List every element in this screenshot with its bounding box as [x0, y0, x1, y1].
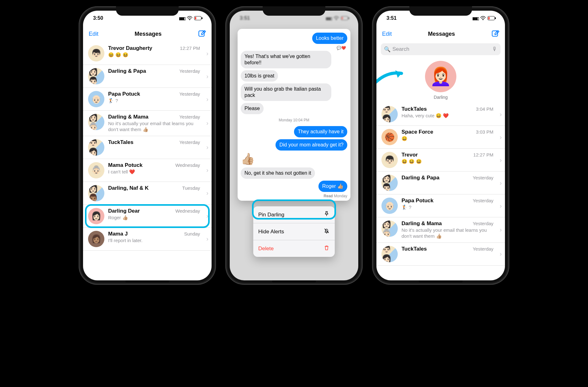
- bell-slash-icon: [323, 228, 330, 236]
- message-sent: They actually have it: [294, 126, 347, 137]
- chevron-right-icon: ›: [500, 134, 502, 141]
- status-time: 3:51: [386, 15, 396, 21]
- compose-icon[interactable]: [491, 29, 499, 39]
- svg-point-5: [336, 20, 337, 20]
- page-title: Messages: [428, 31, 455, 37]
- wifi-icon: [187, 16, 192, 20]
- conversation-row[interactable]: 👴🏻Papa PotuckYesterday🏌🏼 ?›: [83, 88, 212, 111]
- home-indicator[interactable]: [272, 281, 316, 282]
- page-title: Messages: [134, 31, 161, 37]
- status-right: [326, 15, 349, 21]
- message-sent: Did your mom already get it?: [276, 139, 347, 151]
- svg-rect-2: [195, 17, 196, 19]
- tapback-heart-icon: 💬❤️: [337, 46, 346, 50]
- pinned-contact[interactable]: 👩🏻‍🦰: [425, 61, 456, 92]
- conversation-row[interactable]: 👩🏻👵🏻Darling & MamaYesterdayNo it's actua…: [83, 111, 212, 136]
- svg-point-9: [483, 20, 483, 20]
- message-received: Please: [241, 103, 264, 114]
- chevron-right-icon: ›: [206, 144, 208, 151]
- compose-icon[interactable]: [198, 29, 206, 39]
- conversation-row[interactable]: 🏀Space Force3:03 PM😄›: [376, 126, 505, 149]
- conversation-list[interactable]: 👨🏻👩🏻TuckTales3:04 PMHaha, very cute 😄 ❤️…: [376, 103, 505, 266]
- conversation-row[interactable]: 👩🏻👨🏻Darling & PapaYesterday›: [376, 172, 505, 194]
- chevron-right-icon: ›: [206, 235, 208, 242]
- message-timestamp: Monday 10:04 PM: [241, 118, 347, 122]
- chevron-right-icon: ›: [500, 226, 502, 233]
- cellular-icon: [179, 15, 185, 21]
- conversation-row[interactable]: 👩🏽Mama JSundayI'll report in later.›: [83, 228, 212, 251]
- screen-3: 3:51 Edit Messages 🔍 Search 🎙 👩🏻‍🦰 Darli…: [376, 11, 505, 280]
- phone-frame-3: 3:51 Edit Messages 🔍 Search 🎙 👩🏻‍🦰 Darli…: [372, 6, 509, 285]
- read-receipt: Read Monday: [324, 194, 347, 198]
- screen-1: 3:50 Edit Messages 👦🏻Trevor Daugherty12:…: [83, 11, 212, 280]
- context-menu-overlay: Looks better 💬❤️ Yes! That's what we've …: [230, 26, 358, 280]
- cellular-icon: [472, 15, 479, 21]
- trash-icon: [323, 245, 330, 252]
- context-menu-delete[interactable]: Delete: [253, 240, 335, 257]
- conversation-row[interactable]: 👨🏻👩🏻TuckTales3:04 PMHaha, very cute 😄 ❤️…: [376, 103, 505, 126]
- screen-2: 3:51 Looks better 💬❤️ Yes! That's what w…: [230, 11, 358, 280]
- chevron-right-icon: ›: [206, 73, 208, 80]
- message-sent: Looks better: [312, 33, 347, 44]
- chevron-right-icon: ›: [206, 119, 208, 127]
- home-indicator[interactable]: [419, 281, 463, 282]
- battery-low-icon: [341, 16, 349, 20]
- conversation-preview-card[interactable]: Looks better 💬❤️ Yes! That's what we've …: [238, 29, 350, 201]
- chevron-right-icon: ›: [206, 167, 208, 174]
- svg-rect-7: [342, 17, 343, 19]
- notch: [116, 6, 179, 16]
- chevron-right-icon: ›: [206, 96, 208, 103]
- conversation-row[interactable]: 👩🏻👨🏽Darling, Naf & KTuesday›: [83, 182, 212, 205]
- pinned-contact-label: Darling: [434, 95, 448, 100]
- svg-rect-8: [348, 17, 349, 19]
- svg-rect-3: [202, 17, 202, 19]
- chevron-right-icon: ›: [206, 50, 208, 57]
- conversation-row[interactable]: 👦🏻Trevor Daugherty12:27 PM😆 😆 😆›: [83, 42, 212, 65]
- svg-point-0: [189, 20, 190, 20]
- chevron-right-icon: ›: [206, 212, 208, 220]
- message-reaction: 👍🏼: [241, 152, 255, 166]
- conversation-list[interactable]: 👦🏻Trevor Daugherty12:27 PM😆 😆 😆› 👩🏻👨🏻Dar…: [83, 42, 212, 251]
- message-received: Will you also grab the Italian pasta pac…: [241, 83, 331, 101]
- conversation-row[interactable]: 👨🏻👩🏻TuckTalesYesterday›: [83, 136, 212, 159]
- conversation-row[interactable]: 👨🏻👩🏻TuckTalesYesterday›: [376, 243, 505, 266]
- conversation-row[interactable]: 👩🏻👵🏻Darling & MamaYesterdayNo it's actua…: [376, 217, 505, 243]
- edit-button[interactable]: Edit: [89, 31, 98, 37]
- nav-bar: Edit Messages: [83, 26, 212, 42]
- context-menu: Pin Darling Hide Alerts Delete: [253, 206, 335, 257]
- message-received: Yes! That's what we've gotten before!!: [241, 51, 331, 68]
- chevron-right-icon: ›: [500, 156, 502, 164]
- conversation-row[interactable]: 👦🏻Trevor12:27 PM😆 😆 😆›: [376, 149, 505, 172]
- chevron-right-icon: ›: [500, 250, 502, 257]
- svg-rect-12: [495, 17, 496, 19]
- status-time: 3:50: [93, 15, 103, 21]
- wifi-icon: [480, 16, 486, 20]
- conversation-row[interactable]: 👩🏻👨🏻Darling & PapaYesterday›: [83, 65, 212, 88]
- conversation-row[interactable]: 👩🏻Darling DearWednesdayRoger 👍🏼›: [83, 205, 212, 228]
- svg-rect-11: [488, 17, 490, 19]
- chevron-right-icon: ›: [500, 179, 502, 187]
- nav-bar: Edit Messages: [376, 26, 505, 42]
- message-received: No, get it she has not gotten it: [241, 167, 315, 179]
- phone-frame-2: 3:51 Looks better 💬❤️ Yes! That's what w…: [225, 6, 363, 285]
- pin-icon: [323, 211, 330, 219]
- search-icon: 🔍: [384, 46, 391, 53]
- conversation-row[interactable]: 👴🏻Papa PotuckYesterday🏌🏼 ?›: [376, 194, 505, 217]
- notch: [263, 6, 325, 16]
- context-menu-pin[interactable]: Pin Darling: [253, 206, 335, 223]
- message-received: 10lbs is great: [241, 70, 278, 82]
- chevron-right-icon: ›: [206, 189, 208, 197]
- edit-button[interactable]: Edit: [382, 31, 392, 37]
- context-menu-hide-alerts[interactable]: Hide Alerts: [253, 223, 335, 240]
- phone-frame-1: 3:50 Edit Messages 👦🏻Trevor Daugherty12:…: [79, 6, 216, 285]
- home-indicator[interactable]: [125, 281, 169, 282]
- conversation-row[interactable]: 👵🏻Mama PotuckWednesdayI can't tell ❤️›: [83, 159, 212, 182]
- mic-icon[interactable]: 🎙: [492, 46, 497, 52]
- notch: [409, 6, 472, 16]
- battery-low-icon: [194, 16, 203, 20]
- cellular-icon: [326, 15, 332, 21]
- wifi-icon: [333, 16, 339, 20]
- chevron-right-icon: ›: [500, 202, 502, 209]
- annotation-arrow: [376, 67, 408, 97]
- search-input[interactable]: 🔍 Search 🎙: [381, 43, 501, 55]
